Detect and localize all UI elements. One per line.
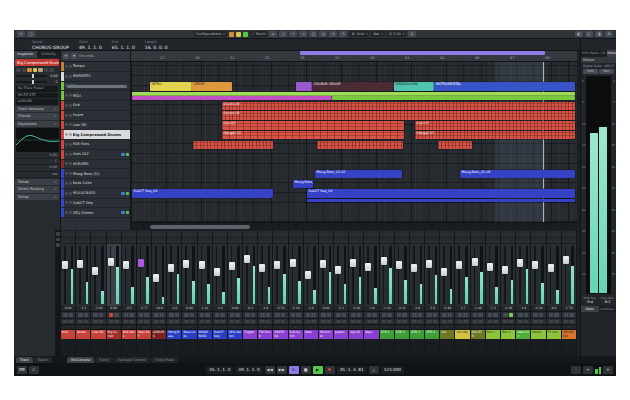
channel-fader[interactable] [168, 264, 174, 272]
channel-solo-button[interactable] [84, 313, 89, 317]
info-name-column[interactable]: Name CHORUS GROUP [32, 40, 69, 50]
channel-read-button[interactable] [564, 320, 569, 323]
channel-read-button[interactable] [215, 320, 220, 323]
channel-name-label[interactable]: Vox [440, 330, 454, 339]
horizontal-scrollbar[interactable] [131, 222, 577, 230]
channel-name-label[interactable]: GTR 1 [380, 330, 394, 339]
channel-fader[interactable] [305, 271, 311, 279]
channel-solo-button[interactable] [493, 313, 498, 317]
channel-insert-rack[interactable] [61, 230, 75, 244]
channel-write-button[interactable] [463, 320, 468, 323]
channel-fader[interactable] [426, 260, 432, 268]
channel-insert-rack[interactable] [152, 230, 166, 244]
channel-fader[interactable] [290, 259, 296, 267]
channel-fader[interactable] [229, 262, 235, 270]
channel-write-button[interactable] [205, 320, 210, 323]
channel-write-button[interactable] [493, 320, 498, 323]
channel-mute-button[interactable] [63, 313, 68, 317]
track-solo-button[interactable] [69, 201, 72, 204]
channel-insert-rack[interactable] [531, 230, 545, 244]
channel-mute-button[interactable] [78, 313, 83, 317]
track-row[interactable]: MARKERS [61, 72, 130, 82]
channel-name-label[interactable]: DLY GTR [471, 330, 485, 339]
channel-solo-button[interactable] [387, 313, 392, 317]
transport-close-button[interactable]: ✕ [603, 366, 613, 374]
digital-scale-value[interactable]: AES17 [604, 64, 614, 68]
channel-write-button[interactable] [418, 320, 423, 323]
channel-solo-button[interactable] [509, 313, 514, 317]
info-start-value[interactable]: 49. 1. 1. 0 [79, 45, 102, 51]
snap-grid-select[interactable]: ⚙ Grid ▾ [349, 31, 369, 37]
channel-read-button[interactable] [78, 320, 83, 323]
channel-mute-button[interactable] [321, 313, 326, 317]
track-solo-button[interactable] [69, 123, 72, 126]
channel-insert-rack[interactable] [501, 230, 515, 244]
channel-solo-button[interactable] [220, 313, 225, 317]
range-tool[interactable]: ▯ [279, 31, 287, 37]
channel-solo-button[interactable] [190, 313, 195, 317]
track-mute-button[interactable] [65, 211, 68, 214]
mixer-channel-strip[interactable]: -2.77–Hats DLY [137, 230, 152, 356]
record-button[interactable] [325, 366, 335, 374]
glue-tool[interactable]: ∪ [299, 31, 307, 37]
track-row[interactable]: Low (B) [61, 121, 130, 131]
window-layout-gear-button[interactable]: ⚙ [605, 31, 613, 37]
track-mute-button[interactable] [65, 65, 68, 68]
mixer-channel-strip[interactable]: -3.7–Vox Dbl [455, 230, 470, 356]
channel-mute-button[interactable] [458, 313, 463, 317]
arrangement-part[interactable]: SubV7 Seq_04 [307, 189, 575, 198]
mixer-channel-strip[interactable]: 0.00–Kick [61, 230, 76, 356]
track-row[interactable]: Tempo [61, 62, 130, 72]
arranger-chain-bar[interactable] [67, 85, 127, 89]
inspector-section-sends[interactable]: Sends▾ [15, 179, 59, 186]
track-row[interactable]: Hats DLY [61, 150, 130, 160]
arrangement-part[interactable]: CHORUS GROUP [312, 82, 394, 91]
track-solo-button[interactable] [69, 143, 72, 146]
arrangement-grid[interactable]: INTROVERSECHORUS GROUPBREAKDOWNINSTRUMEN… [131, 62, 577, 222]
channel-solo-button[interactable] [69, 313, 74, 317]
channel-solo-button[interactable] [448, 313, 453, 317]
mixer-channel-strip[interactable]: -1.8–Pads [304, 230, 319, 356]
track-mute-button[interactable] [65, 172, 68, 175]
channel-name-label[interactable]: Pads [304, 330, 318, 339]
track-solo-button[interactable] [69, 182, 72, 185]
channel-insert-rack[interactable] [319, 230, 333, 244]
track-row[interactable]: Snare [61, 111, 130, 121]
info-name-value[interactable]: CHORUS GROUP [32, 45, 69, 51]
channel-fader[interactable] [92, 267, 98, 275]
channel-solo-button[interactable] [357, 313, 362, 317]
channel-mute-button[interactable] [442, 313, 447, 317]
channel-mute-button[interactable] [382, 313, 387, 317]
channel-insert-rack[interactable] [395, 230, 409, 244]
read-automation-button[interactable] [44, 68, 49, 72]
object-selection-tool[interactable]: ▸ [269, 31, 277, 37]
inspector-section-track-versions[interactable]: Track Versions▾ [15, 106, 59, 113]
channel-insert-rack[interactable] [228, 230, 242, 244]
track-insert-button[interactable] [121, 211, 125, 214]
track-mute-button[interactable] [65, 143, 68, 146]
track-row[interactable]: 808 Hats [61, 140, 130, 150]
info-end-column[interactable]: End 65. 1. 1. 0 [112, 40, 135, 50]
channel-name-label[interactable]: Shimmer [319, 330, 333, 339]
channel-name-label[interactable]: Vox Dbl [455, 330, 469, 339]
left-locator-value[interactable]: 35. 1. 1. 0 [206, 366, 233, 374]
channel-name-label[interactable]: Hats DLY [137, 330, 151, 339]
record-activity-button[interactable] [229, 32, 234, 37]
track-solo-button[interactable] [69, 172, 72, 175]
channel-mute-button[interactable] [412, 313, 417, 317]
arrangement-part[interactable] [332, 96, 575, 100]
channel-name-label[interactable]: SEQ Stereo [228, 330, 242, 339]
channel-write-button[interactable] [281, 320, 286, 323]
channel-fader[interactable] [123, 261, 129, 269]
channel-name-label[interactable]: SYNTH 01 [273, 330, 287, 339]
cycle-region[interactable] [300, 51, 545, 55]
draw-tool[interactable]: ✎ [339, 31, 347, 37]
channel-insert-rack[interactable] [516, 230, 530, 244]
freeze-button[interactable] [38, 68, 43, 72]
stop-button[interactable]: ■ [301, 366, 311, 374]
track-eq-button[interactable] [126, 192, 130, 195]
channel-insert-rack[interactable] [425, 230, 439, 244]
channel-write-button[interactable] [327, 320, 332, 323]
channel-solo-button[interactable] [554, 313, 559, 317]
channel-read-button[interactable] [260, 320, 265, 323]
